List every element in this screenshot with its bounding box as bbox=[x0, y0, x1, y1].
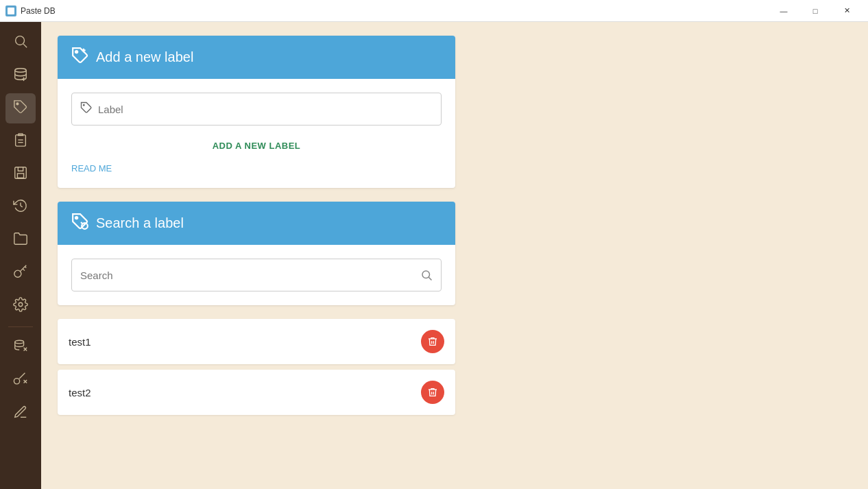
main-content: Add a new label ADD A NEW LABEL READ ME bbox=[41, 22, 868, 489]
label-list: test1 test2 bbox=[58, 319, 455, 415]
svg-line-13 bbox=[21, 206, 23, 207]
svg-line-28 bbox=[81, 222, 83, 224]
svg-rect-0 bbox=[8, 8, 14, 14]
delete-label-button[interactable] bbox=[421, 330, 444, 353]
pen-icon bbox=[13, 405, 28, 423]
sidebar-item-pen[interactable] bbox=[5, 398, 36, 429]
app-title: Paste DB bbox=[21, 6, 768, 16]
sidebar-divider bbox=[8, 326, 33, 327]
add-db-icon bbox=[13, 67, 28, 85]
sidebar-item-history[interactable] bbox=[5, 192, 36, 222]
label-name: test1 bbox=[69, 336, 91, 348]
sidebar-item-add-db[interactable] bbox=[5, 60, 36, 91]
sidebar bbox=[0, 22, 41, 489]
svg-point-3 bbox=[15, 68, 27, 72]
svg-rect-10 bbox=[15, 167, 27, 178]
save-icon bbox=[13, 165, 28, 184]
svg-point-25 bbox=[84, 105, 85, 106]
search-submit-icon bbox=[420, 269, 433, 281]
close-button[interactable]: ✕ bbox=[831, 0, 863, 22]
add-label-button[interactable]: ADD A NEW LABEL bbox=[71, 136, 442, 155]
add-label-body: ADD A NEW LABEL READ ME bbox=[58, 79, 455, 188]
svg-point-29 bbox=[422, 271, 430, 278]
search-label-header-icon bbox=[71, 213, 89, 234]
svg-point-22 bbox=[75, 51, 77, 53]
sidebar-item-key[interactable] bbox=[5, 258, 36, 288]
sidebar-item-save[interactable] bbox=[5, 159, 36, 189]
add-label-title: Add a new label bbox=[96, 49, 193, 65]
svg-point-19 bbox=[14, 378, 19, 383]
label-icon bbox=[13, 99, 28, 118]
folder-icon bbox=[13, 231, 28, 250]
search-label-body bbox=[58, 245, 455, 305]
label-name: test2 bbox=[69, 387, 91, 398]
search-input-container bbox=[71, 259, 442, 291]
svg-line-30 bbox=[429, 277, 431, 280]
search-label-card: Search a label bbox=[58, 202, 455, 305]
label-list-item: test2 bbox=[58, 370, 455, 415]
search-icon bbox=[13, 34, 28, 52]
svg-point-6 bbox=[16, 103, 19, 105]
settings-icon bbox=[13, 297, 28, 315]
search-label-header: Search a label bbox=[58, 202, 455, 245]
search-submit-button[interactable] bbox=[420, 269, 433, 281]
label-list-item: test1 bbox=[58, 319, 455, 364]
title-bar: Paste DB — □ ✕ bbox=[0, 0, 868, 22]
maximize-button[interactable]: □ bbox=[799, 0, 831, 22]
history-icon bbox=[13, 198, 28, 217]
svg-rect-11 bbox=[17, 173, 23, 177]
svg-rect-7 bbox=[16, 134, 26, 146]
trash-icon bbox=[427, 336, 438, 347]
search-label-title: Search a label bbox=[96, 215, 184, 231]
label-input[interactable] bbox=[98, 104, 433, 115]
label-input-container bbox=[71, 93, 442, 126]
minimize-button[interactable]: — bbox=[768, 0, 799, 22]
sidebar-item-search[interactable] bbox=[5, 27, 36, 58]
svg-point-16 bbox=[15, 340, 24, 344]
sidebar-item-db-cross[interactable] bbox=[5, 333, 36, 363]
svg-point-14 bbox=[14, 270, 21, 277]
label-input-icon bbox=[80, 102, 93, 117]
db-cross-icon bbox=[13, 339, 28, 357]
sidebar-item-clipboard[interactable] bbox=[5, 126, 36, 156]
svg-point-15 bbox=[19, 302, 23, 307]
app-body: Add a new label ADD A NEW LABEL READ ME bbox=[0, 22, 868, 489]
clipboard-icon bbox=[13, 132, 28, 151]
sidebar-item-label[interactable] bbox=[5, 93, 36, 123]
sidebar-item-settings[interactable] bbox=[5, 291, 36, 321]
svg-point-26 bbox=[75, 217, 77, 219]
key-cross-icon bbox=[13, 372, 28, 390]
svg-line-2 bbox=[23, 44, 27, 47]
delete-label-button[interactable] bbox=[421, 381, 444, 404]
add-label-header-icon bbox=[71, 47, 89, 68]
read-me-link[interactable]: READ ME bbox=[71, 163, 112, 174]
search-input[interactable] bbox=[80, 270, 415, 281]
add-label-header: Add a new label bbox=[58, 36, 455, 79]
sidebar-item-folder[interactable] bbox=[5, 225, 36, 255]
sidebar-item-key-cross[interactable] bbox=[5, 366, 36, 396]
add-label-card: Add a new label ADD A NEW LABEL READ ME bbox=[58, 36, 455, 188]
svg-point-1 bbox=[16, 36, 25, 45]
app-icon bbox=[5, 5, 16, 16]
window-controls: — □ ✕ bbox=[768, 0, 863, 22]
trash-icon bbox=[427, 387, 438, 398]
key-icon bbox=[13, 264, 28, 283]
